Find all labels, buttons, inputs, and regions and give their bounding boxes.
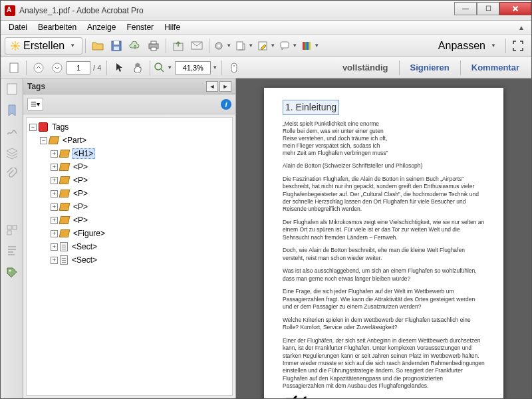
- mail-button[interactable]: [188, 37, 205, 55]
- chevron-down-icon: ▼: [70, 43, 76, 49]
- menu-hilfe[interactable]: Hilfe: [159, 21, 186, 33]
- tree-sect[interactable]: +<Sect>: [28, 253, 231, 267]
- sparkle-icon: [11, 41, 20, 51]
- svg-point-0: [13, 44, 17, 47]
- page-up-button[interactable]: [30, 59, 47, 76]
- fullscreen-button[interactable]: [509, 37, 527, 55]
- app-icon: [5, 5, 15, 16]
- create-label: Erstellen: [23, 40, 65, 52]
- maximize-button[interactable]: ☐: [477, 2, 499, 15]
- svg-rect-14: [303, 42, 305, 50]
- doc-para: Eine Frage, die sich jeder Flughafen auf…: [283, 288, 485, 311]
- svg-point-23: [233, 65, 235, 66]
- close-button[interactable]: [499, 2, 531, 15]
- tags-icon[interactable]: [5, 266, 19, 279]
- tags-tree[interactable]: −Tags −<Part> +<H1> +<P> +<P> +<P> +<P> …: [26, 117, 233, 396]
- tree-p[interactable]: +<P>: [28, 160, 231, 174]
- zoom-button[interactable]: ▼: [154, 59, 174, 76]
- export-button[interactable]: ▼: [235, 37, 255, 55]
- menu-bearbeiten[interactable]: Bearbeiten: [33, 21, 82, 33]
- order-icon[interactable]: [5, 223, 19, 237]
- svg-rect-25: [7, 225, 11, 229]
- comment-button[interactable]: Kommentar: [464, 63, 527, 72]
- gear-button[interactable]: ▼: [213, 37, 233, 55]
- tree-figure[interactable]: +<Figure>: [28, 227, 231, 240]
- print-button[interactable]: [145, 37, 162, 55]
- scroll-button[interactable]: [225, 59, 243, 76]
- layers-icon[interactable]: [5, 146, 19, 160]
- side-strip: Tags: PDF-Strukturinformationen anzeigen…: [1, 78, 23, 398]
- svg-rect-3: [114, 47, 119, 50]
- svg-rect-22: [231, 63, 237, 72]
- tree-p[interactable]: +<P>: [28, 174, 231, 187]
- menu-anzeige[interactable]: Anzeige: [82, 21, 121, 33]
- edit-button[interactable]: ▼: [257, 37, 277, 55]
- menu-fenster[interactable]: Fenster: [121, 21, 159, 33]
- hand-tool[interactable]: [129, 59, 146, 76]
- page-input[interactable]: [66, 61, 90, 74]
- svg-rect-5: [151, 41, 156, 44]
- panel-subbar: ☰▾ i: [23, 94, 235, 114]
- save-button[interactable]: [108, 37, 125, 55]
- bookmarks-icon[interactable]: [5, 104, 19, 117]
- svg-point-21: [155, 63, 162, 70]
- customize-button[interactable]: Anpassen▼: [433, 37, 503, 55]
- menubar-chevron-icon[interactable]: ▲: [514, 24, 529, 31]
- main-toolbar: Erstellen ▼ ▼ ▼ ▼ ▼ ▼ Anpassen▼: [1, 35, 531, 57]
- info-icon[interactable]: i: [221, 99, 231, 110]
- doc-author: Alain de Botton (Schweizer Schriftstelle…: [283, 162, 485, 170]
- signatures-icon[interactable]: [5, 125, 19, 138]
- doc-para: Was ist also ausschlaggebend, um sich an…: [283, 267, 485, 283]
- svg-point-10: [217, 45, 220, 47]
- document-view[interactable]: 1. Einleitung „Meist spielt Pünktlichkei…: [236, 78, 531, 398]
- create-button[interactable]: Erstellen ▼: [5, 37, 82, 55]
- tree-sect[interactable]: +<Sect>: [28, 240, 231, 253]
- comment-tool-button[interactable]: ▼: [279, 37, 299, 55]
- panel-prev-button[interactable]: ◄: [206, 81, 218, 92]
- svg-rect-13: [281, 42, 289, 48]
- nav-toolbar: / 4 ▼ 41,3%▼ vollständig Signieren Komme…: [1, 57, 531, 78]
- attachments-icon[interactable]: [5, 168, 19, 181]
- doc-h1: 1. Einleitung: [283, 100, 339, 115]
- minimize-button[interactable]: —: [454, 2, 477, 15]
- select-tool[interactable]: [110, 59, 128, 76]
- svg-rect-15: [305, 42, 307, 50]
- airplane-icon: [283, 396, 307, 398]
- tree-part[interactable]: −<Part>: [28, 134, 231, 147]
- open-button[interactable]: [89, 37, 106, 55]
- svg-rect-11: [237, 42, 243, 50]
- svg-point-20: [53, 63, 62, 72]
- doc-quote: „Meist spielt Pünktlichkeit eine enormeR…: [283, 120, 485, 157]
- content-icon[interactable]: [5, 245, 19, 258]
- menubar: Datei Bearbeiten Anzeige Fenster Hilfe ▲: [1, 21, 531, 35]
- share-button[interactable]: [170, 37, 187, 55]
- cloud-button[interactable]: [126, 37, 144, 55]
- tags-panel: Tags ◄ ► ☰▾ i −Tags −<Part> +<H1> +<P> +…: [23, 78, 236, 398]
- svg-rect-17: [309, 42, 311, 50]
- tree-p[interactable]: +<P>: [28, 200, 231, 213]
- page-total: 4: [97, 64, 101, 72]
- customize-label: Anpassen: [438, 40, 485, 52]
- thumbnails-icon[interactable]: [5, 82, 19, 96]
- page-down-button[interactable]: [49, 59, 66, 76]
- zoom-value[interactable]: 41,3%: [175, 61, 211, 74]
- tree-p[interactable]: +<P>: [28, 213, 231, 227]
- panel-options-button[interactable]: ☰▾: [27, 98, 43, 111]
- svg-rect-6: [151, 47, 156, 51]
- doc-para: Doch, wie Alain de Botton beschreibt, eh…: [283, 247, 485, 262]
- tree-h1[interactable]: +<H1>: [28, 147, 231, 160]
- menu-datei[interactable]: Datei: [3, 21, 33, 33]
- panel-next-button[interactable]: ►: [219, 81, 231, 92]
- sign-button[interactable]: Signieren: [402, 63, 458, 72]
- tree-root[interactable]: −Tags: [28, 120, 231, 134]
- svg-point-19: [34, 63, 43, 72]
- doc-para: Welche Kriterien spielen in dem Wettbewe…: [283, 317, 485, 332]
- panel-header: Tags ◄ ►: [23, 78, 235, 94]
- svg-point-28: [9, 270, 11, 272]
- full-button[interactable]: vollständig: [334, 63, 396, 72]
- page-thumb-button[interactable]: [5, 59, 23, 76]
- tree-p[interactable]: +<P>: [28, 187, 231, 200]
- doc-para: Die Faszination Flughafen, die Alain de …: [283, 176, 485, 213]
- color-button[interactable]: ▼: [301, 37, 321, 55]
- svg-rect-2: [114, 41, 119, 45]
